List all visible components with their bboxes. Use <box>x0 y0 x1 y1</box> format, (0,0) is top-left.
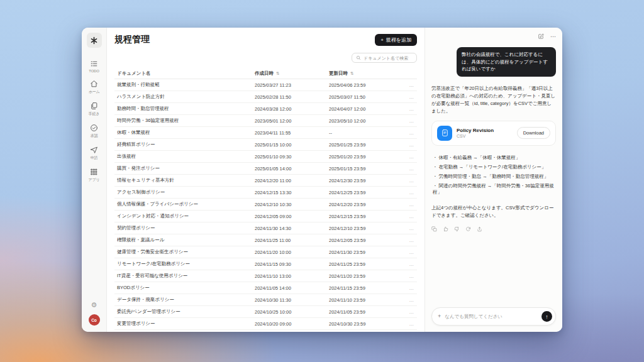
table-row[interactable]: ハラスメント防止方針2025/02/28 11:502025/03/07 11:… <box>114 91 417 103</box>
updated-at: 2024/12/15 23:59 <box>329 214 403 219</box>
sidebar-item-label: ホーム <box>89 89 100 95</box>
row-menu-button[interactable]: … <box>403 118 414 124</box>
copy-icon[interactable] <box>431 226 437 232</box>
table-row[interactable]: 個人情報保護・プライバシーポリシー2024/12/10 10:302024/12… <box>114 199 417 211</box>
documents-icon <box>90 102 98 110</box>
search-input[interactable] <box>364 56 413 60</box>
sidebar-item-label: 承認 <box>91 133 98 139</box>
grid-icon <box>90 168 98 176</box>
table-row[interactable]: アクセス制御ポリシー2024/12/15 13:302024/12/25 23:… <box>114 187 417 199</box>
created-at: 2024/11/20 10:00 <box>255 250 329 255</box>
table-row[interactable]: 時間外労働・36協定運用規程2023/05/01 12:002023/05/10… <box>114 115 417 127</box>
created-at: 2024/10/30 11:30 <box>255 297 329 303</box>
row-menu-button[interactable]: … <box>403 142 414 148</box>
row-menu-button[interactable]: … <box>403 250 414 255</box>
column-updated-at[interactable]: 更新日時 ⇅ <box>329 70 403 77</box>
table-row[interactable]: 休暇・休業規程2023/04/11 11:55--… <box>114 127 417 139</box>
user-avatar[interactable]: Co <box>89 314 100 326</box>
file-attachment-card[interactable]: Policy Revision CSV Download <box>431 121 556 146</box>
thumbs-down-icon[interactable] <box>454 226 460 232</box>
settings-gear-icon[interactable]: ⚙ <box>91 302 97 309</box>
sidebar-item-apps[interactable]: アプリ <box>89 168 100 183</box>
table-row[interactable]: 権限規程・稟議ルール2024/11/25 11:002024/12/05 23:… <box>114 234 417 246</box>
doc-name: ハラスメント防止方針 <box>117 94 255 100</box>
send-button[interactable]: ↑ <box>541 311 552 322</box>
table-row[interactable]: インシデント対応・通知ポリシー2024/12/05 09:002024/12/1… <box>114 211 417 222</box>
row-menu-button[interactable]: … <box>403 226 414 231</box>
compose-icon[interactable] <box>538 33 544 40</box>
table-row[interactable]: 出張規程2025/01/10 09:302025/01/20 23:59… <box>114 151 417 163</box>
regenerate-icon[interactable] <box>465 226 471 232</box>
row-menu-button[interactable]: … <box>403 154 414 160</box>
updated-at: 2024/04/07 12:00 <box>329 106 403 112</box>
bullet-item: ・ 関連の時間外労働規程 →「時間外労働・36協定運用規程」 <box>431 183 556 197</box>
csv-file-icon <box>437 126 452 141</box>
table-body: 就業規則・行動規範2025/03/27 11:232025/04/06 23:5… <box>114 79 417 330</box>
row-menu-button[interactable]: … <box>403 178 414 184</box>
updated-at: 2025/04/06 23:59 <box>329 82 403 88</box>
download-button[interactable]: Download <box>517 127 550 139</box>
row-menu-button[interactable]: … <box>403 238 414 243</box>
table-row[interactable]: 契約管理ポリシー2024/11/30 14:302024/12/10 23:59… <box>114 222 417 234</box>
sidebar-item-procedures[interactable]: 手続き <box>89 102 100 117</box>
table-row[interactable]: BYODポリシー2024/11/05 14:002024/11/15 23:59… <box>114 282 417 294</box>
doc-name: 健康管理・労働安全衛生ポリシー <box>117 249 255 255</box>
sidebar-item-approval[interactable]: 承認 <box>90 124 98 139</box>
table-row[interactable]: 委託先/ベンダー管理ポリシー2024/10/25 10:002024/11/05… <box>114 306 417 318</box>
table-row[interactable]: 健康管理・労働安全衛生ポリシー2024/11/20 10:002024/11/3… <box>114 246 417 258</box>
bullet-item: ・ 休暇・有給義務 →「休暇・休業規程」 <box>431 155 556 162</box>
app-logo[interactable] <box>87 33 102 48</box>
updated-at: -- <box>329 130 403 136</box>
share-icon[interactable] <box>477 226 482 232</box>
doc-name: アクセス制御ポリシー <box>117 189 255 195</box>
row-menu-button[interactable]: … <box>403 214 414 219</box>
created-at: 2025/01/15 10:00 <box>255 142 329 148</box>
assistant-message-intro: 労基法改正で「年20日以上の有給取得義務」「週3日以上の在宅勤務必須」への対応の… <box>431 85 556 115</box>
sidebar-item-requests[interactable]: 申請 <box>90 146 98 161</box>
row-menu-button[interactable]: … <box>403 321 414 327</box>
doc-name: 個人情報保護・プライバシーポリシー <box>117 201 255 207</box>
table-row[interactable]: 経費精算ポリシー2025/01/15 10:002025/01/25 23:59… <box>114 139 417 151</box>
created-at: 2024/11/15 09:30 <box>255 261 329 267</box>
row-menu-button[interactable]: … <box>403 94 414 100</box>
chat-input-bar: + ↑ <box>431 307 556 326</box>
sidebar-item-label: アプリ <box>89 177 100 183</box>
column-created-at[interactable]: 作成日時 ⇅ <box>255 70 329 77</box>
row-menu-button[interactable]: … <box>403 285 414 291</box>
attach-plus-icon[interactable]: + <box>438 314 441 319</box>
row-menu-button[interactable]: … <box>403 309 414 315</box>
doc-name: 休暇・休業規程 <box>117 129 255 136</box>
row-menu-button[interactable]: … <box>403 82 414 88</box>
logo-asterisk-icon <box>90 36 98 45</box>
updated-at: 2024/12/30 23:59 <box>329 178 403 184</box>
panel-menu-icon[interactable]: ⋯ <box>550 34 556 40</box>
sidebar-item-home[interactable]: ホーム <box>89 80 100 95</box>
row-menu-button[interactable]: … <box>403 202 414 207</box>
row-menu-button[interactable]: … <box>403 190 414 195</box>
row-menu-button[interactable]: … <box>403 273 414 279</box>
updated-at: 2024/11/30 23:59 <box>329 250 403 255</box>
table-row[interactable]: データ保持・廃棄ポリシー2024/10/30 11:302024/11/10 2… <box>114 294 417 306</box>
add-regulation-button[interactable]: + 規程を追加 <box>375 34 417 46</box>
updated-at: 2024/12/10 23:59 <box>329 226 403 231</box>
thumbs-up-icon[interactable] <box>443 226 448 232</box>
chat-input[interactable] <box>445 314 538 319</box>
table-row[interactable]: 就業規則・行動規範2025/03/27 11:232025/04/06 23:5… <box>114 79 417 91</box>
row-menu-button[interactable]: … <box>403 297 414 303</box>
table-row[interactable]: 勤務時間・勤怠管理規程2024/03/28 12:002024/04/07 12… <box>114 103 417 115</box>
table-row[interactable]: リモートワーク/在宅勤務ポリシー2024/11/15 09:302024/11/… <box>114 258 417 270</box>
created-at: 2023/05/01 12:00 <box>255 118 329 124</box>
sidebar-item-todo[interactable]: TODO <box>89 60 99 73</box>
table-row[interactable]: 購買・発注ポリシー2025/01/05 14:002025/01/15 23:5… <box>114 163 417 175</box>
column-document-name[interactable]: ドキュメント名 <box>117 70 255 77</box>
table-row[interactable]: 変更管理ポリシー2024/10/20 09:002024/10/30 23:59… <box>114 318 417 330</box>
row-menu-button[interactable]: … <box>403 261 414 267</box>
created-at: 2024/10/25 10:00 <box>255 309 329 315</box>
row-menu-button[interactable]: … <box>403 106 414 112</box>
bullet-list: ・ 休暇・有給義務 →「休暇・休業規程」・ 在宅勤務 →「リモートワーク/在宅勤… <box>431 152 556 196</box>
send-arrow-icon: ↑ <box>545 314 548 320</box>
row-menu-button[interactable]: … <box>403 166 414 172</box>
table-row[interactable]: IT資産・受容可能な使用ポリシー2024/11/10 13:002024/11/… <box>114 270 417 282</box>
row-menu-button[interactable]: … <box>403 130 414 136</box>
table-row[interactable]: 情報セキュリティ基本方針2024/12/20 11:002024/12/30 2… <box>114 175 417 187</box>
